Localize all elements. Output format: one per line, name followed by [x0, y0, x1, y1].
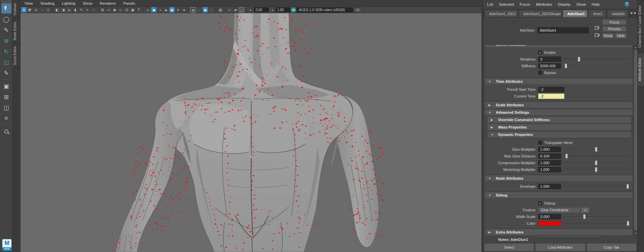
- slider-compression-multiplier[interactable]: [564, 160, 630, 165]
- ae-menu-show[interactable]: Show: [576, 2, 586, 6]
- panel-tab-node-editor[interactable]: Node Editor: [13, 19, 20, 43]
- lock-camera-icon[interactable]: ◨: [60, 7, 66, 12]
- value-field-stiffness[interactable]: [538, 63, 561, 69]
- ambient-occlusion-icon[interactable]: ◍: [190, 7, 196, 12]
- view-transform-dropdown[interactable]: ACES 1.0 SDR-video (sRGB): [297, 7, 353, 12]
- viewport-menu-panels[interactable]: Panels: [123, 1, 135, 5]
- presets-button[interactable]: Presets: [602, 26, 627, 32]
- value-field-stretching-multiplier[interactable]: [538, 167, 561, 172]
- value-field-compression-multiplier[interactable]: [538, 160, 561, 166]
- value-field-envelope[interactable]: [538, 184, 561, 189]
- exposure-field[interactable]: [254, 7, 269, 12]
- dropdown-arrow-icon[interactable]: ▼: [581, 207, 589, 213]
- toolbox-drag-handle[interactable]: [2, 2, 11, 3]
- slider-handle[interactable]: [595, 147, 597, 152]
- ae-menu-display[interactable]: Display: [558, 2, 571, 6]
- slider-width-scale[interactable]: [564, 214, 630, 219]
- panel-tab-channel-box-layer-editor[interactable]: Channel Box / Layer Editor: [638, 0, 644, 52]
- exposure-icon[interactable]: ◐: [248, 7, 253, 12]
- section-header-extra-attributes[interactable]: ▶Extra Attributes: [485, 229, 633, 235]
- slider-handle[interactable]: [595, 167, 597, 172]
- slider-iterations[interactable]: [564, 57, 630, 62]
- show-input-connections-icon[interactable]: [594, 25, 601, 30]
- xray-icon[interactable]: ▱: [227, 7, 232, 12]
- panel-tab-script-editor[interactable]: Script Editor: [13, 43, 20, 68]
- slider-handle[interactable]: [583, 214, 586, 219]
- slider-handle[interactable]: [565, 64, 567, 68]
- gate-mask-icon[interactable]: ◍: [118, 7, 123, 12]
- use-default-material-icon[interactable]: ◈: [163, 7, 169, 12]
- image-plane-icon[interactable]: ▣: [130, 7, 135, 12]
- section-header-node-attributes[interactable]: ▼Node Attributes: [485, 175, 633, 181]
- slider-handle[interactable]: [627, 221, 629, 226]
- select-button[interactable]: Select: [484, 243, 534, 251]
- attributes-scroll-area[interactable]: ▼Solver Attributes✓EnableIterationsStiff…: [483, 45, 633, 236]
- textured-icon[interactable]: ◑: [157, 7, 163, 12]
- section-header-mass-properties[interactable]: ▶Mass Properties: [487, 124, 631, 130]
- slider-envelope[interactable]: [564, 184, 630, 189]
- slider-handle[interactable]: [565, 154, 568, 158]
- motion-blur-toggle-icon[interactable]: ◕: [39, 7, 45, 12]
- ae-menu-help[interactable]: Help: [592, 2, 600, 6]
- section-header-scale-attributes[interactable]: ▶Scale Attributes: [485, 102, 633, 108]
- ae-tab-adnglue1_geo[interactable]: AdnGlue1_GEO: [484, 10, 518, 17]
- anti-aliasing-icon[interactable]: ◉: [203, 7, 208, 12]
- section-header-advanced-settings[interactable]: ▼Advanced Settings: [485, 109, 633, 115]
- resolution-gate-icon[interactable]: ◙: [112, 7, 117, 12]
- slider-glue-multiplier[interactable]: [564, 147, 630, 152]
- grid-toggle-icon[interactable]: ⊞: [100, 7, 105, 12]
- hide-button[interactable]: Hide: [615, 33, 627, 38]
- move-tool-icon[interactable]: ⊕: [1, 36, 11, 46]
- tab-scroll-right-icon[interactable]: ▶: [633, 11, 637, 14]
- gamma-field[interactable]: [275, 7, 290, 12]
- color-swatch[interactable]: [538, 221, 561, 226]
- slider-handle[interactable]: [578, 57, 580, 62]
- tab-scroll-left-icon[interactable]: ◀: [629, 11, 633, 14]
- value-field-width-scale[interactable]: [538, 214, 561, 219]
- paint-select-tool-icon[interactable]: ✎: [1, 25, 11, 35]
- select-camera-icon[interactable]: ◧: [54, 7, 60, 12]
- section-header-override-constraint-stiffness[interactable]: ▶Override Constraint Stiffness: [487, 117, 631, 123]
- color-management-toggle-icon[interactable]: ON: [291, 7, 296, 12]
- viewport-menu-shading[interactable]: Shading: [40, 1, 54, 5]
- value-field-preroll-start-time[interactable]: [538, 87, 564, 92]
- slider-max-glue-distance[interactable]: [564, 154, 630, 158]
- multisample-toggle-icon[interactable]: ▨: [45, 7, 51, 12]
- lasso-tool-icon[interactable]: ◯: [1, 14, 11, 24]
- sculpt-history-icon[interactable]: ✎: [1, 68, 11, 78]
- show-button[interactable]: Show: [602, 33, 614, 38]
- isolate-select-icon[interactable]: ▧: [218, 7, 223, 12]
- field-chart-icon[interactable]: ⊡: [124, 7, 129, 12]
- wireframe-on-shaded-icon[interactable]: ▦: [169, 7, 175, 12]
- motion-blur-display-icon[interactable]: ◌: [197, 7, 202, 12]
- checkbox-checked-icon[interactable]: ✓: [538, 50, 542, 55]
- value-field-iterations[interactable]: [538, 57, 561, 62]
- section-header-time-attributes[interactable]: ▼Time Attributes: [485, 78, 633, 84]
- viewport-menu-renderer[interactable]: Renderer: [100, 1, 116, 5]
- layout-four-pane-icon[interactable]: ⊞: [1, 92, 11, 102]
- wireframe-icon[interactable]: ◇: [145, 7, 151, 12]
- layout-two-pane-icon[interactable]: ◫: [1, 103, 11, 113]
- view-transform-dropdown-arrow-icon[interactable]: ▼: [354, 7, 361, 12]
- xray-active-icon[interactable]: ▰: [233, 7, 238, 12]
- safe-title-icon[interactable]: T: [136, 7, 141, 12]
- shadows-toggle-icon[interactable]: ◩: [27, 7, 33, 12]
- copy-tab-button[interactable]: Copy Tab: [587, 243, 637, 251]
- viewport-menu-show[interactable]: Show: [83, 1, 92, 5]
- checkbox-unchecked-icon[interactable]: [538, 141, 542, 145]
- ae-tab-adnglue1[interactable]: AdnGlue1: [563, 10, 588, 17]
- section-header-debug[interactable]: ▼Debug: [485, 192, 633, 198]
- shadows-display-icon[interactable]: ●: [181, 7, 187, 12]
- gamma-icon[interactable]: ◑: [269, 7, 275, 12]
- ae-tab-adnglue1_geoshape[interactable]: AdnGlue1_GEOShape: [519, 10, 562, 17]
- select-tool-icon[interactable]: [1, 3, 11, 13]
- value-field-current-time[interactable]: [538, 94, 564, 99]
- slider-handle[interactable]: [595, 160, 597, 165]
- camera-attributes-icon[interactable]: ◎: [67, 7, 72, 12]
- depth-of-field-icon[interactable]: ▢: [209, 7, 214, 12]
- ae-menu-list[interactable]: List: [487, 2, 493, 6]
- section-header-solver-attributes[interactable]: ▼Solver Attributes: [485, 45, 633, 47]
- slider-handle[interactable]: [627, 184, 629, 189]
- film-gate-icon[interactable]: ▭: [106, 7, 111, 12]
- panel-tab-attribute-editor[interactable]: Attribute Editor: [638, 53, 644, 86]
